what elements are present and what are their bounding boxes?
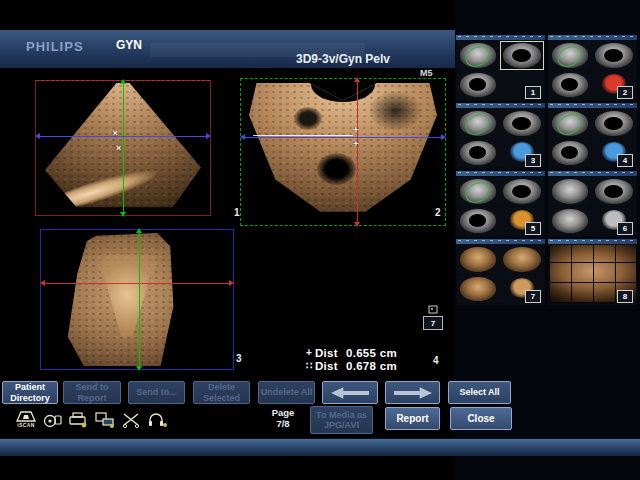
blue-arrow-tip <box>35 133 40 139</box>
thumbnail-4[interactable]: 4 <box>548 103 637 169</box>
send-to-button[interactable]: Send to... <box>128 381 185 404</box>
image-counter: 7 <box>420 305 446 330</box>
headset-icon[interactable] <box>147 412 167 428</box>
disc-record-icon[interactable] <box>43 412 62 428</box>
measurement-row: + Dist 0.655 cm <box>303 346 397 359</box>
thumbnail-number: 6 <box>617 222 633 235</box>
page-indicator: Page7/8 <box>260 407 306 430</box>
philips-logo: PHILIPS <box>26 39 84 54</box>
next-page-button[interactable] <box>385 381 440 404</box>
green-arrow-tip <box>120 212 126 217</box>
to-media-button[interactable]: To Media as JPG/AVI <box>310 406 373 434</box>
thumbnail-1[interactable]: 1 <box>456 35 545 101</box>
caliper-marker: + <box>353 126 358 135</box>
thumbnail-6[interactable]: 6 <box>548 171 637 237</box>
quad-label-2: 2 <box>435 207 441 218</box>
quad-label-4: 4 <box>433 355 439 366</box>
exam-label: GYN <box>116 38 142 52</box>
delete-selected-button[interactable]: Delete Selected <box>193 381 250 404</box>
bottom-status-strip <box>0 438 640 456</box>
measurement-value: 0.655 cm <box>346 347 397 359</box>
blue-arrow-tip <box>441 134 446 140</box>
caliper-symbol: + <box>303 347 315 358</box>
status-icon-row: iSCAN <box>16 411 167 428</box>
green-arrow-tip <box>120 79 126 84</box>
blue-arrow-tip <box>206 133 211 139</box>
thumbnail-number: 1 <box>525 86 541 99</box>
blue-axis-line <box>242 137 444 138</box>
mi-label: M5 <box>420 68 433 78</box>
thumbnail-number: 8 <box>617 290 633 303</box>
quad-label-1: 1 <box>234 207 240 218</box>
red-arrow-tip <box>354 222 360 227</box>
iscan-button[interactable]: iSCAN <box>16 411 36 428</box>
left-arrow-icon <box>331 387 369 399</box>
caliper-marker: × <box>116 144 121 153</box>
measurement-label: Dist <box>315 347 338 359</box>
thumbnail-7[interactable]: 7 <box>456 239 545 305</box>
previous-page-button[interactable] <box>322 381 378 404</box>
ultrasound-app-screen: PHILIPS GYN 3D9-3v/Gyn Pelv M5 × × + + <box>0 0 640 480</box>
thumbnail-8[interactable]: 8 <box>548 239 637 305</box>
caliper-marker: + <box>353 140 358 149</box>
quad-label-3: 3 <box>236 353 242 364</box>
close-button[interactable]: Close <box>450 407 512 430</box>
red-arrow-tip <box>229 280 234 286</box>
ultrasound-render-image <box>55 233 215 366</box>
ultrasound-panel-coronal[interactable] <box>40 229 234 370</box>
network-transfer-icon[interactable] <box>95 412 115 428</box>
thumbnail-number: 7 <box>525 290 541 303</box>
image-counter-value: 7 <box>423 316 443 330</box>
iscan-label: iSCAN <box>17 422 35 428</box>
page-value: 7/8 <box>276 418 289 429</box>
green-axis-line <box>123 81 124 215</box>
thumbnail-number: 3 <box>525 154 541 167</box>
green-arrow-tip <box>136 366 142 371</box>
report-button[interactable]: Report <box>385 407 440 430</box>
ultrasound-panel-sagittal[interactable]: × × <box>35 80 211 216</box>
blue-arrow-tip <box>240 134 245 140</box>
thumbnail-2[interactable]: 2 <box>548 35 637 101</box>
red-axis-line <box>357 79 358 225</box>
thumbnail-number: 4 <box>617 154 633 167</box>
blue-axis-line <box>37 136 209 137</box>
measurement-row: ∷ Dist 0.678 cm <box>303 359 397 372</box>
thumbnail-number: 5 <box>525 222 541 235</box>
thumbnail-5[interactable]: 5 <box>456 171 545 237</box>
thumbnail-3[interactable]: 3 <box>456 103 545 169</box>
undelete-all-button[interactable]: Undelete All <box>258 381 315 404</box>
red-arrow-tip <box>40 280 45 286</box>
ultrasound-fan-image <box>249 83 437 217</box>
image-frame-icon <box>428 305 438 314</box>
right-arrow-icon <box>394 387 432 399</box>
red-arrow-tip <box>354 77 360 82</box>
ultrasound-panel-transverse[interactable]: + + <box>240 78 446 226</box>
scissors-cut-icon[interactable] <box>122 412 140 428</box>
green-arrow-tip <box>136 228 142 233</box>
caliper-marker: × <box>113 129 118 138</box>
patient-directory-button[interactable]: Patient Directory <box>2 381 58 404</box>
measurement-line <box>253 135 353 136</box>
caliper-symbol: ∷ <box>303 360 315 371</box>
measurement-label: Dist <box>315 360 338 372</box>
select-all-button[interactable]: Select All <box>448 381 511 404</box>
send-to-report-button[interactable]: Send to Report <box>63 381 121 404</box>
page-label: Page <box>272 407 295 418</box>
preset-title: 3D9-3v/Gyn Pelv <box>230 52 456 66</box>
green-axis-line <box>139 230 140 369</box>
measurement-readout: + Dist 0.655 cm ∷ Dist 0.678 cm <box>303 346 397 372</box>
thumbnail-number: 2 <box>617 86 633 99</box>
printer-icon[interactable] <box>69 412 88 428</box>
measurement-value: 0.678 cm <box>346 360 397 372</box>
red-axis-line <box>42 283 232 284</box>
